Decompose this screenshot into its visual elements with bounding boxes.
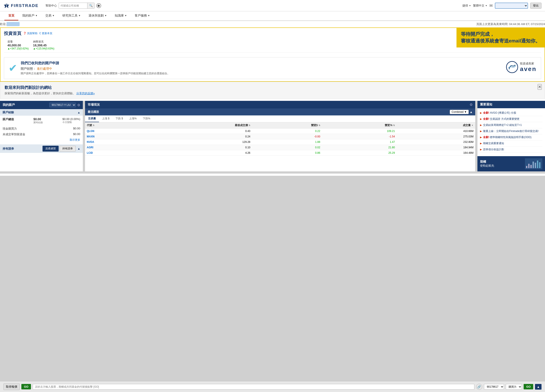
show-more-row: 顯示更多 [3,137,80,143]
feedback-link[interactable]: 分享您的反饋» [76,92,95,95]
notice-text[interactable]: 全新! 交易認證 方式的重要變更 [483,117,520,121]
invest-help-link[interactable]: ❓ 頁面幫助 [23,32,37,35]
table-row: LCID 4.26 0.86 25.29 164.48M [85,150,475,156]
close-banner-button[interactable]: ✕ [538,84,542,90]
go-button-1[interactable]: GO [21,384,31,389]
nav-knowledge-arrow: ▼ [125,14,127,17]
futures-image [525,158,542,169]
link-icon-button[interactable]: 🔗 [476,384,482,390]
list-item: ▶ 期權交易重要通知 [480,140,542,147]
nav-item-retirement[interactable]: 退休與規劃 ▼ [85,11,111,20]
stock-symbol-link[interactable]: AGRI [87,146,93,149]
stock-symbol-link[interactable]: QLGN [87,130,94,133]
notice-content[interactable]: 隆重上線：立即開始在Firstrade進行零碎股交易! [483,130,539,133]
nav-item-service[interactable]: 客戶服務 ▼ [131,11,154,20]
notice-text[interactable]: 全新! 標準期權特性與風險說明手冊(ODD) [483,135,532,139]
top-search-input[interactable] [59,4,87,7]
account-number-select[interactable]: 90178617-Y LIU [49,103,76,107]
quick-access-button[interactable]: 捷徑 ▼ [462,4,471,8]
language-button[interactable]: 繁體中文 ▼ [473,4,487,8]
notice-arrow-icon: ▶ [480,130,482,133]
yellow-notice-line1: 等待開戶完成， [461,31,540,38]
bottom-account-select[interactable]: 90178617 [484,384,504,390]
tab-gain-dollar[interactable]: 上漲 $ [99,115,112,122]
market-gear-button[interactable]: ⚙ [470,103,473,107]
notice-arrow-icon: ▶ [480,111,482,114]
go-button-2[interactable]: GO [524,384,533,389]
stock-symbol-link[interactable]: LCID [87,151,93,154]
market-tabs: 交易量 上漲 $ 下跌 $ 上漲% 下跌% [85,115,475,122]
securities-collapse-icon[interactable]: ▲ [77,147,80,150]
futures-banner[interactable]: 期權 使勁起航先 [477,156,545,171]
combined-chevron-icon: ▼ [464,110,467,114]
tab-loss-pct[interactable]: 下跌% [140,115,154,122]
notices-header: 重要通知 [477,101,545,108]
account-header-controls: 90178617-Y LIU ⚙ [49,103,80,107]
stock-change-pct: 109.21 [322,128,397,134]
symbol-input[interactable] [33,384,474,390]
notice-content[interactable]: 交易認證 方式的重要變更 [490,117,519,121]
notice-content[interactable]: 標準期權特性與風險說明手冊(ODD) [490,136,532,139]
invest-refresh-link[interactable]: C 更新本頁 [39,32,52,35]
nav-item-trade[interactable]: 交易 ▼ [41,11,58,20]
top-search-button[interactable]: 🔍 [87,3,94,8]
asset-overview-button[interactable]: 資產總覽 [43,146,59,151]
market-header-label: 市場現況 [88,103,100,107]
total-value-label: 賬戶總值 [3,117,14,121]
notice-text[interactable]: 隆重上線：立即開始在Firstrade進行零碎股交易! [483,129,539,133]
ticker-dow: 道瓊 40,000.00 ▲+347.15(0.62%) [7,40,29,50]
nav-item-account[interactable]: 我的賬戶 ▼ [18,11,41,20]
total-change-sub: 今日變動 [62,121,80,124]
notice-text[interactable]: 期權交易重要通知 [483,142,504,145]
scroll-up-button[interactable]: ▲ [535,384,541,390]
account-gear-button[interactable]: ⚙ [77,103,80,107]
stock-symbol-link[interactable]: NVDA [87,140,94,144]
mail-icon[interactable]: ✉ [489,3,493,8]
stock-price: 4.26 [147,150,252,156]
tab-loss-dollar[interactable]: 下跌 $ [112,115,126,122]
buying-power-select[interactable]: 購買力 [506,384,522,390]
balance-section-label: 賬戶結餘 [3,110,14,114]
hot-stocks-header: 最活躍股 Combined ▼ ▲ [85,109,475,115]
svg-rect-4 [526,166,527,168]
right-search-input[interactable] [495,4,521,7]
nav-research-label: 研究與工具 [62,14,78,18]
notice-text[interactable]: 全新! AVGO (博通公司) 分股 [483,111,516,115]
col-change-dollar: 變更$ ⇅ [252,122,322,128]
nav-item-knowledge[interactable]: 知識庫 ▼ [111,11,131,20]
stock-change-pct: 25.29 [322,150,397,156]
stock-symbol-link[interactable]: MAXN [87,135,94,138]
sort-icon4: ⇅ [393,124,395,127]
show-more-link[interactable]: 顯示更多 [70,138,80,141]
notice-text[interactable]: 證券借出收益計劃 [483,148,504,151]
notice-content[interactable]: AVGO (博通公司) 分股 [490,111,516,114]
tab-gain-pct[interactable]: 上漲% [126,115,140,122]
aven-logo: 投資成長家 aven [506,61,537,73]
balance-collapse-icon[interactable]: ▲ [77,111,80,114]
logout-button[interactable]: 登出 [530,3,541,9]
col-volume: 成交量 ▼ [396,122,475,128]
welcome-site-banner: 歡迎來到我們新設計的網站 探索我們的嶄新面貌，為您提供更好，更快的交易體驗。 分… [0,82,545,99]
stock-table-body: QLGN 0.43 0.22 109.21 410.66M MAXN 0.24 … [85,128,475,156]
lang-label: 繁體中文 [473,4,484,8]
futures-title: 期權 [480,160,494,164]
buying-power-value: $0.00 [73,127,80,131]
sort-icon: ⇅ [93,124,94,127]
help-label: 幫助中心 [46,4,57,8]
top-nav-right: 捷徑 ▼ 繁體中文 ▼ ✉ 登出 [462,3,541,9]
combined-select-area: Combined ▼ ▲ [450,110,473,114]
notice-content[interactable]: 交易結算周期將從T+2 縮短至T+1 [483,123,522,127]
notice-text[interactable]: 交易結算周期將從T+2 縮短至T+1 [483,123,522,127]
notice-content[interactable]: 證券借出收益計劃 [483,148,504,151]
get-quote-button[interactable]: 取得報價 [4,384,20,390]
combined-dropdown-button[interactable]: Combined ▼ [450,110,469,114]
right-search-dropdown[interactable] [521,4,527,7]
hot-stocks-expand-button[interactable]: ▲ [470,110,473,114]
nav-item-home[interactable]: 首頁 [4,11,18,20]
tab-volume[interactable]: 交易量 [85,115,99,122]
notice-content[interactable]: 期權交易重要通知 [483,142,504,145]
holdings-button[interactable]: 持有證券 [60,146,76,151]
nav-item-research[interactable]: 研究與工具 ▼ [58,11,85,20]
main-wrapper: 歡迎, 頁面上次更新為美東時間: 04:44:36 AM ET, 07/15/2… [0,21,545,392]
quick-access-label: 捷徑 [462,4,468,8]
